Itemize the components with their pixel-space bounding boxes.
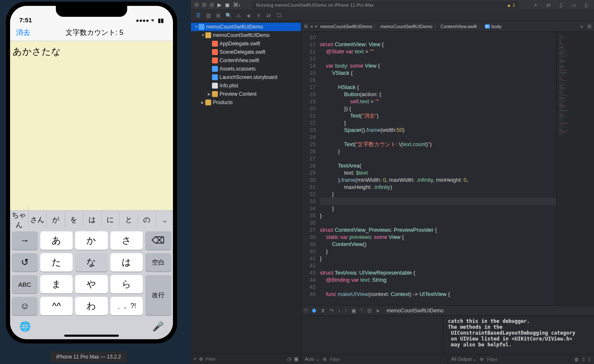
- key-delete[interactable]: ⌫: [145, 231, 171, 250]
- tree-row[interactable]: ▼memoCountSwiftUIDemo: [191, 31, 301, 39]
- tree-row[interactable]: SceneDelegate.swift: [191, 48, 301, 56]
- step-over-icon[interactable]: ↷: [330, 308, 334, 314]
- suggestion[interactable]: は: [83, 212, 102, 228]
- suggestion[interactable]: に: [102, 212, 120, 228]
- window-controls[interactable]: [194, 3, 214, 7]
- recent-icon[interactable]: ◷: [287, 356, 291, 362]
- tree-row[interactable]: Assets.xcassets: [191, 65, 301, 73]
- suggestion[interactable]: が: [47, 212, 65, 228]
- crumb-symbol[interactable]: body: [492, 24, 502, 29]
- minimize-icon[interactable]: [202, 3, 207, 7]
- filter-input[interactable]: [206, 356, 285, 361]
- output-scope-selector[interactable]: All Output ⌄: [451, 356, 476, 362]
- key-ka[interactable]: か: [75, 231, 107, 250]
- step-out-icon[interactable]: ↑: [345, 308, 347, 314]
- file-tree[interactable]: ▼memoCountSwiftUIDemo▼memoCountSwiftUIDe…: [191, 21, 301, 353]
- stop-button[interactable]: ◼: [225, 2, 230, 8]
- navigator-tab-icon[interactable]: ◈: [244, 11, 253, 20]
- crumb-file[interactable]: ContentView.swift: [440, 24, 477, 29]
- console-filter-input[interactable]: [487, 357, 571, 362]
- code-review-button[interactable]: ⇄: [544, 2, 553, 8]
- mic-icon[interactable]: 🎤: [152, 321, 164, 332]
- scm-icon[interactable]: ▣: [294, 356, 298, 362]
- bottom-panel-toggle[interactable]: ▭: [569, 2, 578, 8]
- tree-row[interactable]: ▶Products: [191, 98, 301, 107]
- key-emoji[interactable]: ☺: [12, 297, 38, 315]
- key-next[interactable]: →: [12, 231, 38, 250]
- crumb-folder[interactable]: memoCountSwiftUIDemo: [380, 24, 432, 29]
- tree-row[interactable]: LaunchScreen.storyboard: [191, 73, 301, 81]
- right-panel-toggle[interactable]: ▯: [581, 2, 591, 8]
- location-icon[interactable]: ➤: [376, 308, 380, 314]
- memory-graph-icon[interactable]: ᛘ: [360, 308, 363, 314]
- auto-scope-selector[interactable]: Auto ⌄: [305, 356, 319, 362]
- battery-icon: ▮▮: [158, 17, 164, 24]
- key-ha[interactable]: は: [110, 253, 143, 272]
- collapse-suggestions-icon[interactable]: ⌄: [156, 215, 173, 225]
- breakpoint-toggle-icon[interactable]: ⬢: [312, 308, 316, 314]
- step-in-icon[interactable]: ↓: [338, 308, 340, 314]
- tree-row[interactable]: ContentView.swift: [191, 56, 301, 65]
- navigator-tab-icon[interactable]: ⇄: [264, 11, 273, 20]
- key-ta[interactable]: た: [40, 253, 73, 272]
- suggestion[interactable]: を: [65, 212, 84, 228]
- run-button[interactable]: ▶: [217, 2, 222, 8]
- code-editor[interactable]: 1011121314151617181920212223242526272829…: [301, 32, 556, 305]
- key-abc[interactable]: ABC: [12, 275, 38, 293]
- suggestion[interactable]: の: [138, 212, 157, 228]
- zoom-icon[interactable]: [209, 3, 214, 7]
- scheme-selector[interactable]: ⌘›: [233, 2, 240, 8]
- add-editor-icon[interactable]: ▥: [587, 24, 591, 29]
- navigator-tab-icon[interactable]: ☰: [194, 11, 203, 20]
- hide-debug-icon[interactable]: ▽: [304, 308, 308, 314]
- home-indicator[interactable]: [64, 335, 119, 337]
- key-ya[interactable]: や: [75, 275, 107, 293]
- tree-row[interactable]: AppDelegate.swift: [191, 39, 301, 48]
- view-debug-icon[interactable]: ▣: [351, 308, 356, 314]
- navigator-tab-icon[interactable]: ⚠: [234, 11, 243, 20]
- left-panel-toggle[interactable]: ▯: [556, 2, 565, 8]
- key-punct[interactable]: 、。?!: [110, 297, 143, 315]
- navigator-tab-icon[interactable]: ☐: [274, 11, 283, 20]
- navigator-tab-icon[interactable]: 🔍: [224, 11, 233, 20]
- suggestion[interactable]: と: [120, 212, 138, 228]
- navigator-tab-icon[interactable]: ▥: [204, 11, 213, 20]
- key-space[interactable]: 空白: [145, 253, 171, 272]
- debug-target[interactable]: memoCountSwiftUIDemo: [387, 308, 443, 314]
- warning-indicator[interactable]: ▲ 1: [507, 3, 515, 8]
- tree-row[interactable]: ▼memoCountSwiftUIDemo: [191, 23, 301, 31]
- pause-icon[interactable]: ⏸: [320, 308, 325, 314]
- console-output[interactable]: catch this in the debugger. The methods …: [444, 316, 594, 354]
- tree-row[interactable]: ▶Preview Content: [191, 90, 301, 98]
- key-undo[interactable]: ↺: [12, 253, 38, 272]
- globe-icon[interactable]: 🌐: [19, 321, 31, 332]
- key-kaomoji[interactable]: ^^: [40, 297, 73, 315]
- add-icon[interactable]: +: [194, 356, 196, 362]
- jump-bar[interactable]: ⊞ ◂ ▸ memoCountSwiftUIDemo〉 memoCountSwi…: [301, 21, 594, 32]
- left-pane-toggle-icon[interactable]: ▯: [582, 356, 585, 362]
- key-na[interactable]: な: [75, 253, 107, 272]
- variables-filter-input[interactable]: [330, 357, 444, 362]
- trash-icon[interactable]: 🗑: [574, 357, 579, 362]
- suggestion[interactable]: さん: [29, 212, 47, 228]
- minimap[interactable]: ━━━━━━━━━━━━━━━━━━━━━━━━━━━━━━━━━━━━━━━━…: [556, 32, 594, 305]
- navigator-tab-icon[interactable]: ⊞: [214, 11, 223, 20]
- key-ra[interactable]: ら: [110, 275, 143, 293]
- env-overrides-icon[interactable]: ⊟: [367, 308, 372, 314]
- navigator-tab-icon[interactable]: ≡: [254, 11, 263, 20]
- key-sa[interactable]: さ: [110, 231, 143, 250]
- key-a[interactable]: あ: [40, 231, 73, 250]
- back-icon[interactable]: ◂: [310, 24, 313, 29]
- library-button[interactable]: +: [531, 2, 540, 8]
- crumb-project[interactable]: memoCountSwiftUIDemo: [320, 24, 372, 29]
- key-ma[interactable]: ま: [40, 275, 73, 293]
- tree-row[interactable]: Info.plist: [191, 81, 301, 90]
- related-items-icon[interactable]: ⊞: [304, 24, 308, 29]
- right-pane-toggle-icon[interactable]: ▯: [588, 356, 591, 362]
- editor-options-icon[interactable]: ≡: [581, 24, 583, 29]
- key-wa[interactable]: わ: [75, 297, 107, 315]
- text-editor[interactable]: あかさたな: [10, 41, 173, 210]
- forward-icon[interactable]: ▸: [315, 24, 318, 29]
- variables-pane[interactable]: [301, 316, 444, 354]
- close-icon[interactable]: [194, 3, 199, 7]
